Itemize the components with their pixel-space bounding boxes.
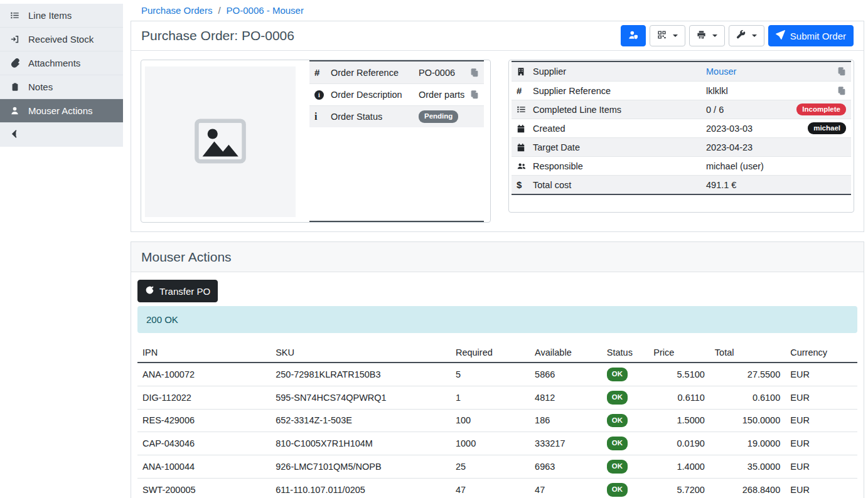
transfer-po-label: Transfer PO [159,286,210,297]
mouser-actions-panel: Mouser Actions Transfer PO 200 OK [131,241,864,498]
sidebar-item-notes[interactable]: Notes [0,75,123,99]
cell-status: OK [602,386,649,409]
mouser-parts-table: IPN SKU Required Available Status Price … [137,344,857,498]
cell-ipn: DIG-112022 [137,386,271,409]
refresh-icon [145,285,154,297]
image-icon [191,112,249,172]
submit-order-label: Submit Order [790,31,846,41]
sidebar-item-attachments[interactable]: Attachments [0,51,123,75]
incomplete-badge: Incomplete [796,103,846,116]
cell-total: 19.0000 [710,432,785,455]
issue-order-button[interactable] [621,25,646,46]
cell-status: OK [602,455,649,479]
sidebar-collapse-button[interactable] [0,123,123,147]
completed-line-items-label: Completed Line Items [533,105,706,115]
printer-icon [697,30,706,41]
copy-icon[interactable] [470,68,479,77]
panel-title: Mouser Actions [141,250,232,265]
wrench-icon [736,30,746,41]
info-icon: i [314,111,331,122]
supplier-label: Supplier [533,66,706,77]
dollar-icon: $ [517,179,533,190]
cell-required: 5 [451,363,530,386]
breadcrumb-link-current-order[interactable]: PO-0006 - Mouser [227,5,304,16]
chevron-left-icon [10,129,19,140]
copy-icon[interactable] [837,67,846,76]
cell-total: 150.0000 [710,409,785,432]
table-row: ANA-100072 250-72981KLRATR150B3 5 5866 O… [137,363,857,386]
breadcrumb-separator: / [218,5,220,16]
total-cost-value: 491.1 € [706,180,846,190]
order-reference-value: PO-0006 [419,68,470,78]
hash-icon: # [314,67,331,78]
cell-sku: 595-SN74HCS74QPWRQ1 [271,386,451,409]
target-date-label: Target Date [533,142,706,152]
ok-badge: OK [607,460,628,474]
sidebar-item-label: Attachments [28,58,80,68]
breadcrumb: Purchase Orders / PO-0006 - Mouser [123,0,868,21]
chevron-down-icon [752,34,757,37]
purchase-order-panel-header: Purchase Order: PO-0006 [131,21,864,51]
users-icon [517,162,533,171]
supplier-details-table: Supplier Mouser # Supplier Reference lkl… [512,61,851,195]
cell-available: 6963 [530,455,602,479]
page-title: Purchase Order: PO-0006 [141,28,294,43]
cell-required: 25 [451,455,530,479]
cell-currency: EUR [785,386,857,409]
responsible-label: Responsible [533,161,706,171]
sidebar-item-label: Line Items [28,10,72,21]
cell-currency: EUR [785,363,857,386]
list-icon [9,11,20,20]
paper-plane-icon [776,30,785,41]
order-options-dropdown[interactable] [729,25,764,46]
cell-currency: EUR [785,409,857,432]
supplier-reference-label: Supplier Reference [533,86,706,96]
cell-required: 1 [451,386,530,409]
cell-available: 186 [530,409,602,432]
ok-badge: OK [607,483,628,497]
total-cost-row: $ Total cost 491.1 € [512,175,851,194]
cell-ipn: ANA-100044 [137,455,271,479]
total-cost-label: Total cost [533,180,706,190]
supplier-reference-value: lklklkl [706,86,837,96]
print-actions-dropdown[interactable] [689,25,725,46]
status-pending-badge: Pending [419,110,458,123]
barcode-actions-dropdown[interactable] [650,25,685,46]
cell-price: 1.4000 [648,455,709,479]
copy-icon[interactable] [837,87,846,95]
submit-order-button[interactable]: Submit Order [768,25,854,46]
clipboard-icon [9,82,20,92]
purchase-order-panel: Purchase Order: PO-0006 [131,21,864,232]
cell-total: 0.6100 [710,386,785,409]
copy-icon[interactable] [470,90,479,99]
cell-total: 27.5500 [710,363,785,386]
header-currency: Currency [785,344,857,363]
ok-badge: OK [607,414,628,428]
status-alert: 200 OK [137,306,857,333]
sidebar-item-received-stock[interactable]: Received Stock [0,28,123,51]
order-details-table: # Order Reference PO-0006 i Order Descri… [309,60,484,222]
building-icon [517,67,533,76]
cell-sku: 250-72981KLRATR150B3 [271,363,451,386]
cell-required: 1000 [451,432,530,455]
sidebar: Line Items Received Stock Attachments No… [0,0,123,498]
cell-sku: 652-3314Z-1-503E [271,409,451,432]
header-status: Status [602,344,649,363]
table-header-row: IPN SKU Required Available Status Price … [137,344,857,363]
breadcrumb-link-purchase-orders[interactable]: Purchase Orders [141,5,212,16]
cell-price: 0.6110 [648,386,709,409]
order-image-placeholder[interactable] [145,66,296,217]
created-value: 2023-03-03 [706,124,808,134]
paperclip-icon [9,58,20,68]
sidebar-item-line-items[interactable]: Line Items [0,4,123,28]
sidebar-item-label: Mouser Actions [28,105,93,116]
cell-required: 100 [451,409,530,432]
order-status-label: Order Status [331,112,419,122]
completed-line-items-value: 0 / 6 [706,105,796,115]
hash-icon: # [517,85,533,96]
cell-ipn: RES-429006 [137,409,271,432]
supplier-link[interactable]: Mouser [706,66,736,77]
sidebar-item-mouser-actions[interactable]: Mouser Actions [0,99,123,123]
order-actions: Submit Order [621,25,854,46]
transfer-po-button[interactable]: Transfer PO [137,280,218,302]
